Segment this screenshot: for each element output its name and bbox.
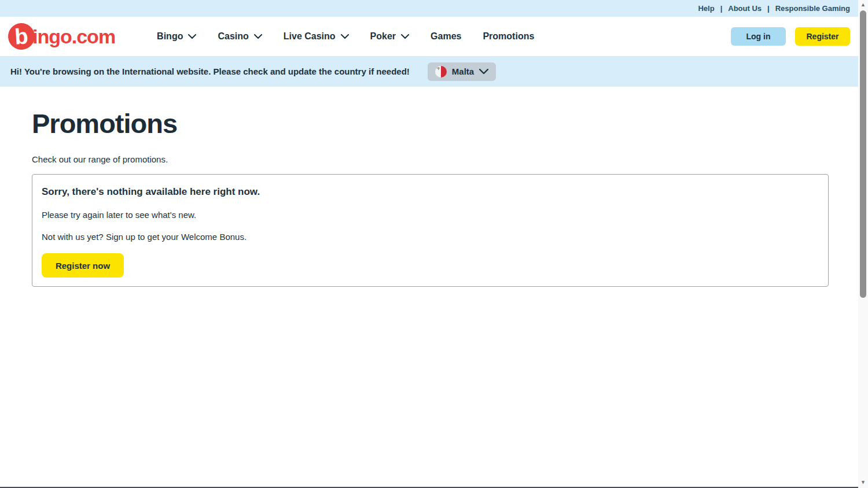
- about-us-link[interactable]: About Us: [728, 4, 762, 13]
- bingo-logo[interactable]: b ingo.com: [8, 23, 115, 50]
- login-button[interactable]: Log in: [731, 27, 786, 46]
- country-notice-text: Hi! You're browsing on the International…: [10, 66, 410, 76]
- country-selector-label: Malta: [452, 66, 474, 76]
- page-subtitle: Check out our range of promotions.: [32, 154, 829, 164]
- empty-state-line1: Please try again later to see what's new…: [42, 210, 819, 220]
- register-now-button[interactable]: Register now: [42, 253, 124, 278]
- promotions-empty-state-card: Sorry, there's nothing available here ri…: [32, 174, 829, 287]
- logo-text: ingo.com: [32, 25, 115, 48]
- scrollbar-thumb[interactable]: [860, 10, 866, 298]
- utility-bar: Help | About Us | Responsible Gaming: [0, 0, 868, 17]
- link-separator: |: [720, 4, 723, 13]
- nav-label: Games: [431, 31, 461, 42]
- nav-item-poker[interactable]: Poker: [370, 31, 409, 42]
- nav-label: Casino: [218, 31, 248, 42]
- country-notice-bar: Hi! You're browsing on the International…: [0, 56, 868, 87]
- chevron-down-icon: [401, 34, 409, 39]
- nav-item-bingo[interactable]: Bingo: [157, 31, 196, 42]
- nav-item-casino[interactable]: Casino: [218, 31, 262, 42]
- scroll-down-arrow-icon[interactable]: ▼: [858, 478, 868, 487]
- logo-blob-icon: b: [7, 22, 35, 50]
- nav-item-promotions[interactable]: Promotions: [483, 31, 534, 42]
- nav-item-games[interactable]: Games: [431, 31, 461, 42]
- nav-label: Poker: [370, 31, 396, 42]
- page-title: Promotions: [32, 108, 829, 139]
- primary-nav: Bingo Casino Live Casino Poker Games Pro…: [157, 31, 534, 42]
- nav-label: Promotions: [483, 31, 534, 42]
- nav-label: Live Casino: [284, 31, 336, 42]
- nav-label: Bingo: [157, 31, 183, 42]
- main-header: b ingo.com Bingo Casino Live Casino Poke…: [0, 17, 868, 56]
- malta-flag-icon: [435, 66, 447, 77]
- link-separator: |: [767, 4, 770, 13]
- scroll-up-arrow-icon[interactable]: ▲: [858, 0, 868, 9]
- chevron-down-icon: [254, 34, 262, 39]
- chevron-down-icon: [341, 34, 349, 39]
- main-content: Promotions Check out our range of promot…: [0, 87, 868, 287]
- responsible-gaming-link[interactable]: Responsible Gaming: [775, 4, 850, 13]
- nav-item-live-casino[interactable]: Live Casino: [284, 31, 349, 42]
- auth-buttons: Log in Register: [731, 27, 850, 46]
- register-button[interactable]: Register: [795, 27, 850, 46]
- chevron-down-icon: [188, 34, 196, 39]
- country-selector[interactable]: Malta: [428, 62, 496, 81]
- empty-state-line2: Not with us yet? Sign up to get your Wel…: [42, 232, 819, 242]
- help-link[interactable]: Help: [698, 4, 714, 13]
- chevron-down-icon: [479, 69, 488, 74]
- empty-state-title: Sorry, there's nothing available here ri…: [42, 186, 819, 198]
- vertical-scrollbar[interactable]: ▲ ▼: [858, 0, 868, 488]
